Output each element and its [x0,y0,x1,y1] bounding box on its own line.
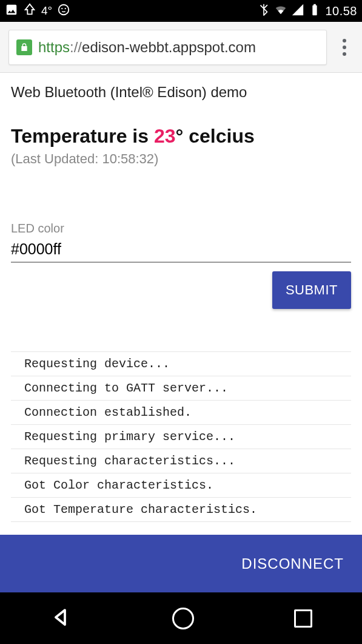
nav-home-icon[interactable] [172,608,194,629]
url-text: https://edison-webbt.appspot.com [38,39,256,56]
android-status-bar: 4° 10.58 [0,0,362,22]
lock-icon [16,39,32,55]
bluetooth-icon [257,3,270,19]
svg-point-1 [61,8,62,9]
temperature-value: 23 [154,125,176,147]
led-color-input[interactable] [11,238,351,263]
browser-toolbar: https://edison-webbt.appspot.com [0,22,362,73]
wifi-icon [274,3,287,19]
footer-bar: DISCONNECT [0,535,362,592]
log-item: Requesting device... [11,351,351,376]
status-clock: 10.58 [325,4,357,18]
cell-signal-icon [291,3,304,19]
status-temperature: 4° [41,4,52,18]
log-item: Got Color characteristics. [11,473,351,497]
svg-point-0 [59,4,69,15]
disconnect-button[interactable]: DISCONNECT [241,555,344,572]
log-item: Connecting to GATT server... [11,376,351,400]
log-item: Got Temperature characteristics. [11,497,351,522]
nav-back-icon[interactable] [50,606,72,631]
log-list: Requesting device... Connecting to GATT … [11,351,351,522]
face-icon [57,3,70,19]
nav-recent-icon[interactable] [294,609,312,628]
log-item: Requesting primary service... [11,424,351,449]
image-icon [5,3,18,19]
browser-menu-button[interactable] [335,39,354,56]
page-content: Web Bluetooth (Intel® Edison) demo Tempe… [0,73,362,522]
led-color-label: LED color [11,222,351,236]
page-subtitle: Web Bluetooth (Intel® Edison) demo [11,84,351,101]
url-bar[interactable]: https://edison-webbt.appspot.com [8,30,327,65]
sync-icon [23,3,36,19]
log-item: Requesting characteristics... [11,449,351,473]
last-updated-text: (Last Updated: 10:58:32) [11,151,351,167]
svg-point-2 [65,8,66,9]
temperature-heading: Temperature is 23° celcius [11,125,351,147]
battery-icon [308,3,321,19]
android-nav-bar [0,592,362,644]
log-item: Connection established. [11,400,351,424]
submit-button[interactable]: SUBMIT [272,271,351,309]
